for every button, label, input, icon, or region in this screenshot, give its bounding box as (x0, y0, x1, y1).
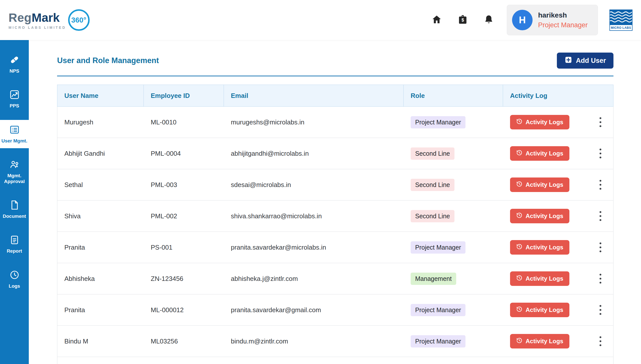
table-row: Pranita PS-001 pranita.savardekar@microl… (57, 232, 613, 263)
sidebar-item-document[interactable]: Document (0, 195, 29, 224)
user-table: User Name Employee ID Email Role Activit… (57, 85, 613, 364)
home-icon (431, 14, 442, 26)
sidebar-item-logs[interactable]: Logs (0, 265, 29, 293)
sidebar-item-report[interactable]: Report (0, 230, 29, 258)
role-badge: Project Manager (411, 241, 465, 254)
sidebar-item-user-mgmt[interactable]: User Mgmt. (0, 120, 29, 148)
history-clock-icon (516, 181, 523, 189)
activity-logs-button[interactable]: Activity Logs (510, 303, 569, 317)
cell-employee-id: ML-0010 (144, 118, 224, 126)
cell-role: Project Manager (404, 304, 503, 316)
activity-logs-button[interactable]: Activity Logs (510, 271, 569, 286)
kebab-icon (599, 242, 602, 253)
logo-360-badge: 360° (68, 9, 90, 31)
table-row: Abhijit Gandhi PML-0004 abhijitgandhi@mi… (57, 138, 613, 169)
logo-mark-text: Mark (32, 11, 60, 25)
cell-role: Project Manager (404, 335, 503, 347)
cell-email: sdesai@microlabs.in (224, 181, 404, 189)
activity-logs-label: Activity Logs (526, 338, 563, 345)
table-row: Sethal PML-003 sdesai@microlabs.in Secon… (57, 169, 613, 201)
sidebar-item-pps[interactable]: PPS (0, 85, 29, 113)
add-user-label: Add User (576, 57, 606, 65)
role-badge: Project Manager (411, 335, 465, 347)
history-clock-icon (516, 337, 523, 345)
kebab-icon (599, 148, 602, 159)
column-header-employee-id: Employee ID (144, 85, 224, 106)
activity-logs-button[interactable]: Activity Logs (510, 334, 569, 348)
cell-user-name: Shiva (57, 212, 144, 220)
kebab-icon (599, 304, 602, 315)
kebab-icon (599, 117, 602, 128)
column-header-role: Role (404, 85, 503, 106)
cell-user-name: Pranita (57, 244, 144, 251)
cell-employee-id: ZN-123456 (144, 275, 224, 283)
role-badge: Second Line (411, 179, 454, 191)
cell-email: abhijitgandhi@microlabs.in (224, 150, 404, 157)
activity-logs-label: Activity Logs (526, 150, 563, 157)
activity-logs-button[interactable]: Activity Logs (510, 115, 569, 129)
cell-user-name: Bindu M (57, 337, 144, 345)
row-menu-button[interactable] (597, 147, 604, 160)
cell-user-name: Abhijit Gandhi (57, 150, 144, 157)
waves-icon (610, 10, 632, 25)
chart-icon (9, 89, 20, 101)
history-clock-icon (516, 149, 523, 157)
column-header-email: Email (224, 85, 404, 106)
cell-employee-id: ML-000012 (144, 306, 224, 314)
column-header-activity-log: Activity Log (503, 85, 613, 106)
history-clock-icon (516, 212, 523, 220)
row-menu-button[interactable] (597, 241, 604, 254)
table-body: Murugesh ML-0010 murugeshs@microlabs.in … (57, 107, 613, 364)
cell-email: abhisheka.j@zintlr.com (224, 275, 404, 283)
microlabs-logo-text: MICRO LABS (610, 25, 632, 30)
notifications-button[interactable] (483, 14, 495, 26)
sidebar-item-mgmt-approval[interactable]: Mgmt. Approval (0, 155, 29, 189)
history-clock-icon (516, 118, 523, 126)
row-menu-button[interactable] (597, 303, 604, 316)
cell-activity-log: Activity Logs (503, 334, 613, 348)
home-button[interactable] (431, 14, 443, 26)
report-icon (9, 235, 20, 246)
cell-role: Project Manager (404, 241, 503, 254)
activity-logs-label: Activity Logs (526, 213, 563, 220)
activity-logs-label: Activity Logs (526, 306, 563, 313)
user-avatar: H (512, 10, 533, 30)
table-row: Murugesh ML-0010 murugeshs@microlabs.in … (57, 107, 613, 138)
table-row: Shiva PML-002 shiva.shankarrao@microlabs… (57, 201, 613, 232)
sidebar-item-label: User Mgmt. (2, 138, 27, 144)
cell-role: Second Line (404, 210, 503, 222)
row-menu-button[interactable] (597, 335, 604, 348)
payments-button[interactable]: $ (457, 14, 469, 26)
activity-logs-button[interactable]: Activity Logs (510, 177, 569, 192)
row-menu-button[interactable] (597, 272, 604, 285)
activity-logs-label: Activity Logs (526, 119, 563, 126)
user-name: harikesh (538, 11, 588, 19)
cell-activity-log: Activity Logs (503, 177, 613, 192)
activity-logs-button[interactable]: Activity Logs (510, 146, 569, 161)
kebab-icon (599, 211, 602, 222)
role-badge: Project Manager (411, 116, 465, 128)
sidebar: NPS PPS User Mgmt. Mgmt. Approval Docume… (0, 40, 29, 364)
sidebar-item-label: PPS (10, 103, 19, 109)
approval-person-icon (9, 159, 20, 171)
cell-activity-log: Activity Logs (503, 115, 613, 129)
row-menu-button[interactable] (597, 116, 604, 129)
row-menu-button[interactable] (597, 210, 604, 223)
cell-user-name: Sethal (57, 181, 144, 189)
sidebar-item-label: Logs (9, 283, 20, 289)
cell-employee-id: PML-003 (144, 181, 224, 189)
sidebar-item-nps[interactable]: NPS (0, 50, 29, 78)
activity-logs-button[interactable]: Activity Logs (510, 209, 569, 223)
bell-icon (484, 14, 494, 26)
cell-activity-log: Activity Logs (503, 271, 613, 286)
kebab-icon (599, 273, 602, 284)
user-profile-card[interactable]: H harikesh Project Manager (507, 5, 598, 35)
cell-activity-log: Activity Logs (503, 303, 613, 317)
sidebar-item-label: Report (7, 248, 22, 254)
history-clock-icon (516, 306, 523, 314)
row-menu-button[interactable] (597, 178, 604, 191)
add-user-button[interactable]: Add User (557, 53, 613, 69)
activity-logs-button[interactable]: Activity Logs (510, 240, 569, 255)
sidebar-item-label: NPS (10, 68, 19, 74)
table-row: Abhisheka ZN-123456 abhisheka.j@zintlr.c… (57, 263, 613, 294)
